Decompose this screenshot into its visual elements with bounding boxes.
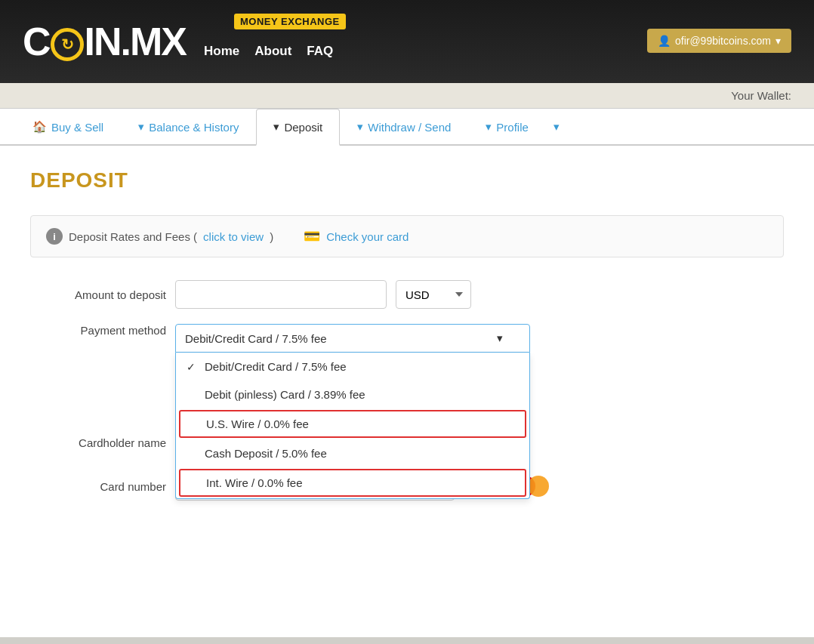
currency-select[interactable]: USD EUR BTC: [396, 280, 471, 309]
mc-orange-circle: [528, 476, 549, 497]
deposit-content: DEPOSIT i Deposit Rates and Fees ( click…: [0, 146, 814, 538]
payment-option-debit-pinless[interactable]: ✓ Debit (pinless) Card / 3.89% fee: [176, 381, 529, 408]
selected-payment-text: Debit/Credit Card / 7.5% fee: [185, 332, 327, 345]
payment-option-us-wire[interactable]: ✓ U.S. Wire / 0.0% fee: [179, 410, 526, 438]
logo: C↻IN.MX: [23, 22, 186, 61]
tab-profile[interactable]: ▾ Profile: [468, 109, 546, 144]
card-number-label: Card number: [30, 480, 166, 493]
payment-option-cash-deposit[interactable]: ✓ Cash Deposit / 5.0% fee: [176, 439, 529, 467]
tab-deposit[interactable]: ▾ Deposit: [256, 109, 340, 146]
payment-dropdown-container: Debit/Credit Card / 7.5% fee ▾ ✓ Debit/C…: [175, 324, 530, 353]
info-bar: i Deposit Rates and Fees ( click to view…: [30, 215, 784, 257]
payment-option-int-wire[interactable]: ✓ Int. Wire / 0.0% fee: [179, 469, 526, 497]
money-exchange-badge: MONEY EXCHANGE: [234, 14, 346, 29]
wallet-label: Your Wallet:: [731, 89, 791, 102]
main-content: 🏠 Buy & Sell ▾ Balance & History ▾ Depos…: [0, 109, 814, 637]
click-to-view-link[interactable]: click to view: [203, 230, 264, 243]
main-nav: Home About FAQ: [204, 44, 333, 59]
logo-o-icon: ↻: [51, 28, 84, 61]
info-icon: i: [46, 228, 63, 245]
payment-dropdown-menu: ✓ Debit/Credit Card / 7.5% fee ✓ Debit (…: [175, 353, 530, 499]
home-icon: 🏠: [32, 120, 47, 134]
cardholder-label: Cardholder name: [30, 436, 166, 449]
dropdown-arrow-icon: ▾: [775, 35, 781, 47]
tab-bar: 🏠 Buy & Sell ▾ Balance & History ▾ Depos…: [0, 109, 814, 146]
rates-info-item: i Deposit Rates and Fees ( click to view…: [46, 228, 273, 245]
chevron-icon: ▾: [138, 120, 144, 134]
logo-text: C↻IN.MX: [23, 22, 186, 61]
tabs-more-button[interactable]: ▾: [546, 109, 567, 144]
nav-about[interactable]: About: [254, 44, 291, 59]
chevron-icon: ▾: [273, 120, 279, 134]
amount-row: Amount to deposit USD EUR BTC: [30, 280, 784, 309]
tab-withdraw-send[interactable]: ▾ Withdraw / Send: [340, 109, 468, 144]
amount-input[interactable]: [175, 280, 387, 309]
chevron-icon: ▾: [357, 120, 363, 134]
checkmark-icon: ✓: [187, 361, 199, 373]
amount-label: Amount to deposit: [30, 288, 166, 301]
page-title: DEPOSIT: [30, 168, 784, 193]
badge-nav-area: MONEY EXCHANGE Home About FAQ: [189, 25, 333, 59]
nav-faq[interactable]: FAQ: [307, 44, 333, 59]
user-icon: 👤: [658, 35, 671, 47]
payment-label: Payment method: [30, 324, 166, 337]
check-card-link[interactable]: Check your card: [326, 230, 409, 243]
payment-select-display[interactable]: Debit/Credit Card / 7.5% fee ▾: [175, 324, 530, 353]
site-header: C↻IN.MX MONEY EXCHANGE Home About FAQ 👤 …: [0, 0, 814, 83]
nav-home[interactable]: Home: [204, 44, 239, 59]
credit-card-icon: 💳: [304, 228, 320, 245]
check-card-item: 💳 Check your card: [304, 228, 409, 245]
chevron-icon: ▾: [486, 120, 492, 134]
tab-buy-sell[interactable]: 🏠 Buy & Sell: [15, 109, 121, 144]
tab-balance-history[interactable]: ▾ Balance & History: [121, 109, 256, 144]
wallet-bar: Your Wallet:: [0, 83, 814, 109]
payment-option-debit-credit[interactable]: ✓ Debit/Credit Card / 7.5% fee: [176, 353, 529, 381]
dropdown-arrow-icon: ▾: [497, 331, 503, 345]
rates-label: Deposit Rates and Fees (: [69, 230, 197, 243]
payment-method-row: Payment method Debit/Credit Card / 7.5% …: [30, 324, 784, 353]
user-menu-button[interactable]: 👤 ofir@99bitcoins.com ▾: [647, 29, 791, 53]
user-email: ofir@99bitcoins.com: [675, 35, 771, 47]
rates-end: ): [270, 230, 273, 243]
